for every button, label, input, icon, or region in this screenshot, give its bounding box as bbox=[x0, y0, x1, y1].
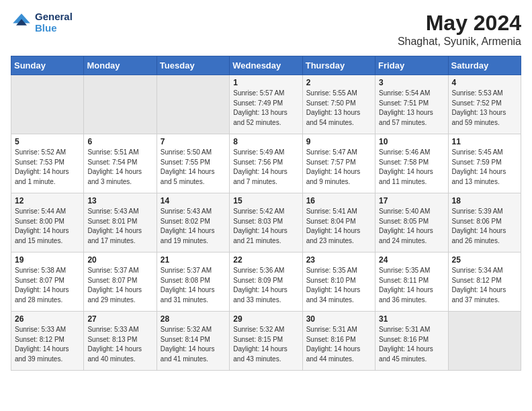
day-info: Sunrise: 5:39 AMSunset: 8:06 PMDaylight:… bbox=[452, 207, 517, 246]
day-info: Sunrise: 5:50 AMSunset: 7:55 PMDaylight:… bbox=[161, 148, 226, 187]
day-number: 20 bbox=[87, 255, 152, 265]
calendar-cell: 14 Sunrise: 5:43 AMSunset: 8:02 PMDaylig… bbox=[157, 193, 229, 253]
day-number: 21 bbox=[161, 255, 226, 265]
day-number: 16 bbox=[306, 196, 371, 205]
day-number: 15 bbox=[233, 196, 298, 205]
day-info: Sunrise: 5:37 AMSunset: 8:07 PMDaylight:… bbox=[87, 266, 152, 305]
day-info: Sunrise: 5:41 AMSunset: 8:04 PMDaylight:… bbox=[306, 207, 371, 246]
day-info: Sunrise: 5:33 AMSunset: 8:13 PMDaylight:… bbox=[87, 325, 152, 364]
calendar-cell: 20 Sunrise: 5:37 AMSunset: 8:07 PMDaylig… bbox=[84, 253, 157, 312]
calendar-week-4: 19 Sunrise: 5:38 AMSunset: 8:07 PMDaylig… bbox=[11, 253, 521, 312]
calendar-week-5: 26 Sunrise: 5:33 AMSunset: 8:12 PMDaylig… bbox=[11, 312, 521, 371]
header-cell-saturday: Saturday bbox=[448, 56, 521, 75]
day-info: Sunrise: 5:43 AMSunset: 8:01 PMDaylight:… bbox=[87, 207, 152, 246]
day-info: Sunrise: 5:44 AMSunset: 8:00 PMDaylight:… bbox=[15, 207, 80, 246]
day-number: 10 bbox=[379, 137, 444, 146]
day-number: 7 bbox=[161, 137, 226, 146]
calendar-cell: 15 Sunrise: 5:42 AMSunset: 8:03 PMDaylig… bbox=[230, 193, 302, 253]
calendar-table: SundayMondayTuesdayWednesdayThursdayFrid… bbox=[11, 56, 521, 371]
day-info: Sunrise: 5:33 AMSunset: 8:12 PMDaylight:… bbox=[15, 325, 80, 364]
calendar-cell: 21 Sunrise: 5:37 AMSunset: 8:08 PMDaylig… bbox=[157, 253, 229, 312]
header-cell-sunday: Sunday bbox=[11, 56, 84, 75]
day-number: 14 bbox=[161, 196, 226, 205]
day-number: 12 bbox=[15, 196, 80, 205]
day-number: 9 bbox=[306, 137, 371, 146]
calendar-cell: 25 Sunrise: 5:34 AMSunset: 8:12 PMDaylig… bbox=[448, 253, 521, 312]
day-info: Sunrise: 5:54 AMSunset: 7:51 PMDaylight:… bbox=[379, 89, 444, 128]
day-number: 17 bbox=[379, 196, 444, 205]
day-info: Sunrise: 5:55 AMSunset: 7:50 PMDaylight:… bbox=[306, 89, 371, 128]
day-info: Sunrise: 5:42 AMSunset: 8:03 PMDaylight:… bbox=[233, 207, 298, 246]
header-cell-wednesday: Wednesday bbox=[230, 56, 302, 75]
calendar-cell: 11 Sunrise: 5:45 AMSunset: 7:59 PMDaylig… bbox=[448, 134, 521, 193]
calendar-cell bbox=[84, 75, 157, 134]
day-info: Sunrise: 5:46 AMSunset: 7:58 PMDaylight:… bbox=[379, 148, 444, 187]
day-info: Sunrise: 5:31 AMSunset: 8:16 PMDaylight:… bbox=[379, 325, 444, 364]
day-info: Sunrise: 5:38 AMSunset: 8:07 PMDaylight:… bbox=[15, 266, 80, 305]
day-number: 6 bbox=[87, 137, 152, 146]
calendar-week-2: 5 Sunrise: 5:52 AMSunset: 7:53 PMDayligh… bbox=[11, 134, 521, 193]
calendar-cell: 16 Sunrise: 5:41 AMSunset: 8:04 PMDaylig… bbox=[302, 193, 375, 253]
calendar-cell bbox=[157, 75, 229, 134]
calendar-cell bbox=[448, 312, 521, 371]
logo-icon bbox=[11, 11, 32, 33]
day-info: Sunrise: 5:35 AMSunset: 8:10 PMDaylight:… bbox=[306, 266, 371, 305]
day-info: Sunrise: 5:49 AMSunset: 7:56 PMDaylight:… bbox=[233, 148, 298, 187]
calendar-cell: 27 Sunrise: 5:33 AMSunset: 8:13 PMDaylig… bbox=[84, 312, 157, 371]
calendar-cell: 24 Sunrise: 5:35 AMSunset: 8:11 PMDaylig… bbox=[375, 253, 448, 312]
day-number: 30 bbox=[306, 314, 371, 324]
calendar-cell: 1 Sunrise: 5:57 AMSunset: 7:49 PMDayligh… bbox=[230, 75, 302, 134]
calendar-cell: 10 Sunrise: 5:46 AMSunset: 7:58 PMDaylig… bbox=[375, 134, 448, 193]
calendar-cell: 3 Sunrise: 5:54 AMSunset: 7:51 PMDayligh… bbox=[375, 75, 448, 134]
calendar-cell: 12 Sunrise: 5:44 AMSunset: 8:00 PMDaylig… bbox=[11, 193, 84, 253]
day-info: Sunrise: 5:32 AMSunset: 8:15 PMDaylight:… bbox=[233, 325, 298, 364]
calendar-cell: 30 Sunrise: 5:31 AMSunset: 8:16 PMDaylig… bbox=[302, 312, 375, 371]
calendar-cell bbox=[11, 75, 84, 134]
logo-text: General Blue bbox=[35, 11, 73, 34]
title-block: May 2024 Shaghat, Syunik, Armenia bbox=[398, 11, 521, 48]
subtitle: Shaghat, Syunik, Armenia bbox=[398, 36, 521, 48]
day-info: Sunrise: 5:37 AMSunset: 8:08 PMDaylight:… bbox=[161, 266, 226, 305]
calendar-cell: 22 Sunrise: 5:36 AMSunset: 8:09 PMDaylig… bbox=[230, 253, 302, 312]
day-info: Sunrise: 5:43 AMSunset: 8:02 PMDaylight:… bbox=[161, 207, 226, 246]
day-number: 22 bbox=[233, 255, 298, 265]
calendar-cell: 29 Sunrise: 5:32 AMSunset: 8:15 PMDaylig… bbox=[230, 312, 302, 371]
calendar-cell: 9 Sunrise: 5:47 AMSunset: 7:57 PMDayligh… bbox=[302, 134, 375, 193]
day-info: Sunrise: 5:32 AMSunset: 8:14 PMDaylight:… bbox=[161, 325, 226, 364]
day-number: 23 bbox=[306, 255, 371, 265]
day-number: 27 bbox=[87, 314, 152, 324]
logo: General Blue bbox=[11, 11, 73, 34]
calendar-header: SundayMondayTuesdayWednesdayThursdayFrid… bbox=[11, 56, 521, 75]
day-info: Sunrise: 5:35 AMSunset: 8:11 PMDaylight:… bbox=[379, 266, 444, 305]
day-number: 25 bbox=[452, 255, 517, 265]
header-cell-monday: Monday bbox=[84, 56, 157, 75]
day-info: Sunrise: 5:45 AMSunset: 7:59 PMDaylight:… bbox=[452, 148, 517, 187]
calendar-cell: 2 Sunrise: 5:55 AMSunset: 7:50 PMDayligh… bbox=[302, 75, 375, 134]
header-cell-tuesday: Tuesday bbox=[157, 56, 229, 75]
calendar-cell: 23 Sunrise: 5:35 AMSunset: 8:10 PMDaylig… bbox=[302, 253, 375, 312]
day-number: 8 bbox=[233, 137, 298, 146]
day-number: 11 bbox=[452, 137, 517, 146]
calendar-cell: 6 Sunrise: 5:51 AMSunset: 7:54 PMDayligh… bbox=[84, 134, 157, 193]
calendar-cell: 31 Sunrise: 5:31 AMSunset: 8:16 PMDaylig… bbox=[375, 312, 448, 371]
day-number: 31 bbox=[379, 314, 444, 324]
day-info: Sunrise: 5:53 AMSunset: 7:52 PMDaylight:… bbox=[452, 89, 517, 128]
day-number: 26 bbox=[15, 314, 80, 324]
day-info: Sunrise: 5:47 AMSunset: 7:57 PMDaylight:… bbox=[306, 148, 371, 187]
day-info: Sunrise: 5:34 AMSunset: 8:12 PMDaylight:… bbox=[452, 266, 517, 305]
day-info: Sunrise: 5:52 AMSunset: 7:53 PMDaylight:… bbox=[15, 148, 80, 187]
calendar-body: 1 Sunrise: 5:57 AMSunset: 7:49 PMDayligh… bbox=[11, 75, 521, 371]
calendar-cell: 19 Sunrise: 5:38 AMSunset: 8:07 PMDaylig… bbox=[11, 253, 84, 312]
calendar-cell: 4 Sunrise: 5:53 AMSunset: 7:52 PMDayligh… bbox=[448, 75, 521, 134]
day-number: 29 bbox=[233, 314, 298, 324]
day-number: 28 bbox=[161, 314, 226, 324]
main-title: May 2024 bbox=[398, 11, 521, 36]
header-row: SundayMondayTuesdayWednesdayThursdayFrid… bbox=[11, 56, 521, 75]
day-number: 3 bbox=[379, 78, 444, 87]
calendar-cell: 8 Sunrise: 5:49 AMSunset: 7:56 PMDayligh… bbox=[230, 134, 302, 193]
calendar-cell: 28 Sunrise: 5:32 AMSunset: 8:14 PMDaylig… bbox=[157, 312, 229, 371]
calendar-cell: 5 Sunrise: 5:52 AMSunset: 7:53 PMDayligh… bbox=[11, 134, 84, 193]
day-info: Sunrise: 5:57 AMSunset: 7:49 PMDaylight:… bbox=[233, 89, 298, 128]
day-number: 2 bbox=[306, 78, 371, 87]
day-number: 13 bbox=[87, 196, 152, 205]
